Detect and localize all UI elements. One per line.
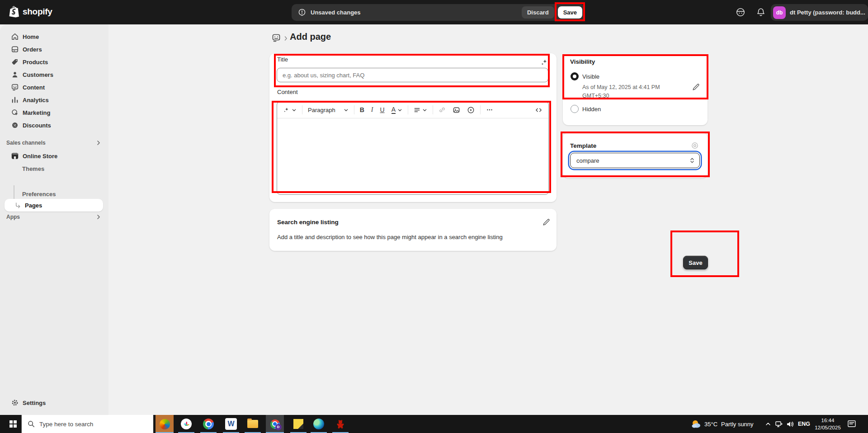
ai-sparkle-button[interactable] <box>282 105 298 115</box>
taskbar-app-copilot[interactable] <box>156 415 174 433</box>
visible-radio[interactable] <box>571 72 579 80</box>
red-creature-icon <box>335 419 346 429</box>
page-title: Add page <box>290 32 331 42</box>
insert-video-icon[interactable] <box>466 105 476 115</box>
sidebar-item-analytics[interactable]: Analytics <box>4 94 105 106</box>
online-store-icon <box>11 151 19 160</box>
shopify-wordmark: shopify <box>23 7 52 17</box>
topbar-save-button[interactable]: Save <box>558 6 582 19</box>
content-editor-body[interactable] <box>277 118 548 195</box>
select-stepper-icon <box>689 157 695 164</box>
search-icon <box>28 420 35 428</box>
discard-button[interactable]: Discard <box>522 6 554 19</box>
edit-visibility-pencil-icon[interactable] <box>692 83 700 91</box>
title-input[interactable] <box>277 68 548 82</box>
tree-arrow-icon <box>14 202 21 209</box>
sidebar-item-content[interactable]: Content <box>4 81 105 94</box>
sidebar-section-apps[interactable]: Apps <box>5 211 103 223</box>
tray-chevron-up-icon[interactable] <box>765 415 771 433</box>
orders-icon <box>11 45 19 53</box>
link-icon[interactable] <box>437 105 447 115</box>
view-eye-icon[interactable] <box>691 141 699 150</box>
sidebar-item-products[interactable]: Products <box>4 56 105 68</box>
home-icon <box>11 33 19 41</box>
chrome-profile-icon: D <box>270 419 280 429</box>
sidebar-item-marketing[interactable]: Marketing <box>4 106 105 119</box>
weather-text[interactable]: 35°C Partly sunny <box>704 415 754 433</box>
taskbar-search-placeholder: Type here to search <box>39 421 93 428</box>
content-label: Content <box>277 89 298 95</box>
start-button[interactable] <box>6 415 20 433</box>
windows-taskbar: Type here to search W D 35°C Partly sunn… <box>0 415 868 433</box>
search-engine-listing-card <box>269 209 557 251</box>
text-color-button[interactable]: A <box>390 105 404 115</box>
alert-bubble-icon <box>297 8 307 17</box>
paragraph-style-dropdown[interactable]: Paragraph <box>307 105 350 115</box>
template-heading: Template <box>570 142 596 149</box>
sidebar-item-settings[interactable]: Settings <box>4 396 105 409</box>
hidden-radio-label[interactable]: Hidden <box>582 106 601 113</box>
chevron-down-icon <box>292 108 297 113</box>
sidebar-item-online-store[interactable]: Online Store <box>4 150 105 162</box>
pages-breadcrumb-icon[interactable] <box>272 33 281 42</box>
copilot-icon <box>160 419 170 429</box>
template-select[interactable]: compare <box>570 153 700 168</box>
taskbar-app-edge[interactable] <box>310 415 328 433</box>
user-menu[interactable]: db dt Petty (password: budd... <box>771 4 868 21</box>
profile-d-badge: D <box>275 424 282 430</box>
network-icon[interactable] <box>775 415 783 433</box>
file-explorer-icon <box>247 420 258 428</box>
insert-image-icon[interactable] <box>451 105 462 115</box>
sidebar-item-themes[interactable]: Themes <box>4 162 105 175</box>
hidden-radio[interactable] <box>571 105 579 113</box>
weather-temperature: 35°C <box>704 421 717 428</box>
sidebar-item-pages[interactable]: Pages <box>5 199 103 212</box>
sidebar-item-orders[interactable]: Orders <box>4 43 105 56</box>
more-options-icon[interactable] <box>485 105 495 115</box>
visibility-heading: Visibility <box>570 58 595 65</box>
avatar: db <box>773 6 786 19</box>
weather-icon <box>691 419 702 429</box>
bold-button[interactable]: B <box>359 105 366 115</box>
taskbar-app-chrome[interactable] <box>199 415 217 433</box>
taskbar-app-word[interactable]: W <box>222 415 240 433</box>
discounts-icon <box>11 121 19 129</box>
code-view-icon[interactable] <box>533 105 544 115</box>
chevron-right-icon <box>96 140 101 146</box>
sidebar-item-discounts[interactable]: Discounts <box>4 119 105 132</box>
sidekick-icon[interactable] <box>735 7 746 18</box>
taskbar-app-slack[interactable] <box>177 415 195 433</box>
visibility-note: As of May 12, 2025 at 4:41 PM GMT+5:30 <box>582 83 660 100</box>
shopify-bag-icon <box>9 6 19 18</box>
taskbar-app-sticky-notes[interactable] <box>289 415 307 433</box>
sidebar-item-preferences[interactable]: Preferences <box>4 188 105 200</box>
weather-widget[interactable] <box>691 415 702 433</box>
floating-save-button[interactable]: Save <box>683 256 708 269</box>
chevron-down-icon <box>397 108 402 113</box>
taskbar-app-file-explorer[interactable] <box>244 415 262 433</box>
italic-button[interactable]: I <box>370 105 375 115</box>
breadcrumb-chevron-icon <box>283 36 288 41</box>
taskbar-clock[interactable]: 16:44 12/05/2025 <box>812 417 843 431</box>
sidebar-section-sales-channels[interactable]: Sales channels <box>5 137 103 149</box>
volume-icon[interactable] <box>786 415 794 433</box>
sidebar-item-customers[interactable]: Customers <box>4 68 105 81</box>
unsaved-changes-bar: Unsaved changes Discard Save <box>292 4 585 21</box>
edit-pencil-icon[interactable] <box>542 218 550 226</box>
taskbar-app-chrome-profile[interactable]: D <box>266 415 284 433</box>
magic-icon[interactable] <box>540 58 548 66</box>
notification-center-icon[interactable] <box>847 415 856 433</box>
taskbar-app-red-creature[interactable] <box>331 415 349 433</box>
bell-icon[interactable] <box>755 7 766 18</box>
windows-logo-icon <box>9 420 17 428</box>
shopify-logo[interactable]: shopify <box>9 6 52 18</box>
sticky-notes-icon <box>293 419 303 429</box>
taskbar-search[interactable]: Type here to search <box>21 415 153 433</box>
underline-button[interactable]: U <box>379 105 386 115</box>
language-indicator[interactable]: ENG <box>798 415 810 433</box>
sidebar-item-home[interactable]: Home <box>4 30 105 43</box>
visible-radio-label[interactable]: Visible <box>582 73 599 80</box>
clock-date: 12/05/2025 <box>812 424 843 431</box>
chrome-icon <box>203 419 214 429</box>
alignment-button[interactable] <box>412 105 429 115</box>
